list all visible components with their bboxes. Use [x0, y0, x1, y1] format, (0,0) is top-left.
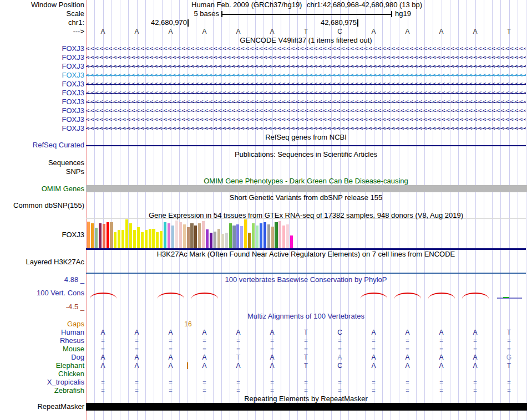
- track-title-omim[interactable]: OMIM Gene Phenotypes - Dark Green Can Be…: [86, 177, 526, 185]
- gtex-bar[interactable]: [278, 221, 281, 248]
- species-label[interactable]: Zebrafish: [54, 387, 84, 395]
- gtex-bar[interactable]: [175, 221, 178, 248]
- gene-model-row[interactable]: <<<<<<<<<<<<<<<<<<<<<<<<<<<<<<<<<<<<<<<<…: [86, 89, 526, 97]
- gtex-bar[interactable]: [240, 226, 243, 248]
- gtex-bar[interactable]: [267, 224, 270, 248]
- gene-model-row[interactable]: <<<<<<<<<<<<<<<<<<<<<<<<<<<<<<<<<<<<<<<<…: [86, 45, 526, 53]
- gtex-bar[interactable]: [190, 223, 193, 248]
- gtex-bar[interactable]: [145, 230, 148, 248]
- gtex-bar[interactable]: [87, 222, 90, 248]
- gtex-bar[interactable]: [152, 229, 155, 248]
- gene-model-row[interactable]: <<<<<<<<<<<<<<<<<<<<<<<<<<<<<<<<<<<<<<<<…: [86, 125, 526, 132]
- track-label-gtex-gene[interactable]: FOXJ3: [62, 231, 84, 239]
- track-label-layered-h3k27ac[interactable]: Layered H3K27Ac: [26, 258, 84, 266]
- track-title-multiz[interactable]: Multiz Alignments of 100 Vertebrates: [86, 313, 526, 320]
- gene-label[interactable]: FOXJ3: [62, 71, 84, 79]
- gtex-bar[interactable]: [164, 222, 166, 248]
- gene-model-row[interactable]: <<<<<<<<<<<<<<<<<<<<<<<<<<<<<<<<<<<<<<<<…: [86, 98, 526, 106]
- gtex-bar[interactable]: [114, 232, 116, 248]
- gtex-bar[interactable]: [198, 223, 201, 248]
- gtex-bar[interactable]: [260, 223, 262, 248]
- track-title-gencode[interactable]: GENCODE V49lift37 (1 items filtered out): [86, 37, 526, 44]
- species-label[interactable]: Dog: [71, 354, 84, 361]
- gtex-bar[interactable]: [179, 222, 182, 248]
- gtex-bar[interactable]: [286, 224, 289, 248]
- gene-label[interactable]: FOXJ3: [62, 98, 84, 106]
- gtex-bar[interactable]: [171, 226, 174, 248]
- gtex-bar[interactable]: [217, 229, 220, 248]
- phylop-peak[interactable]: [90, 293, 116, 299]
- gtex-bar[interactable]: [91, 223, 94, 248]
- phylop-peak[interactable]: [462, 293, 489, 299]
- track-label-snps[interactable]: SNPs: [66, 168, 84, 176]
- gtex-bar[interactable]: [183, 224, 186, 248]
- gene-label[interactable]: FOXJ3: [62, 80, 84, 88]
- species-label[interactable]: Chicken: [58, 370, 84, 378]
- gtex-bar[interactable]: [282, 226, 285, 248]
- species-label[interactable]: Human: [61, 329, 84, 336]
- gtex-bar[interactable]: [125, 219, 128, 248]
- track-label-gaps[interactable]: Gaps: [67, 320, 84, 328]
- gtex-bar[interactable]: [141, 232, 144, 248]
- gene-model-row[interactable]: <<<<<<<<<<<<<<<<<<<<<<<<<<<<<<<<<<<<<<<<…: [86, 54, 526, 62]
- gtex-bar[interactable]: [244, 219, 247, 248]
- track-title-gtex[interactable]: Gene Expression in 54 tissues from GTEx …: [86, 212, 526, 219]
- gtex-bar[interactable]: [118, 230, 120, 248]
- track-label-common-dbsnp[interactable]: Common dbSNP(155): [13, 202, 84, 209]
- gtex-bar[interactable]: [221, 234, 224, 248]
- gtex-bar[interactable]: [206, 229, 209, 248]
- gtex-bar[interactable]: [187, 227, 190, 248]
- phylop-peak[interactable]: [428, 293, 455, 299]
- h3k27ac-signal-line[interactable]: [86, 273, 526, 274]
- species-label[interactable]: Elephant: [56, 362, 84, 370]
- gtex-bar[interactable]: [107, 222, 109, 248]
- gene-label[interactable]: FOXJ3: [62, 45, 84, 53]
- gtex-bar[interactable]: [214, 232, 216, 248]
- gene-label[interactable]: FOXJ3: [62, 54, 84, 62]
- track-label-100-vert-cons[interactable]: 100 Vert. Cons: [37, 289, 84, 297]
- track-title-dbsnp[interactable]: Short Genetic Variants from dbSNP releas…: [86, 194, 526, 202]
- gtex-bar[interactable]: [129, 223, 132, 248]
- phylop-flatline[interactable]: [497, 298, 522, 299]
- track-title-phylop[interactable]: 100 vertebrates Basewise Conservation by…: [86, 276, 526, 284]
- gene-model-row[interactable]: <<<<<<<<<<<<<<<<<<<<<<<<<<<<<<<<<<<<<<<<…: [86, 107, 526, 115]
- gene-label[interactable]: FOXJ3: [62, 125, 84, 132]
- omim-gene-bar[interactable]: [86, 185, 527, 192]
- phylop-peak[interactable]: [361, 293, 387, 299]
- gtex-bar[interactable]: [232, 226, 235, 248]
- track-title-repeatmasker[interactable]: Repeating Elements by RepeatMasker: [86, 395, 526, 403]
- phylop-peak[interactable]: [191, 293, 218, 299]
- track-title-h3k27ac[interactable]: H3K27Ac Mark (Often Found Near Active Re…: [86, 250, 526, 258]
- gtex-bar[interactable]: [95, 228, 98, 248]
- gene-label[interactable]: FOXJ3: [62, 107, 84, 115]
- gtex-bar[interactable]: [194, 226, 197, 248]
- species-label[interactable]: Rhesus: [60, 337, 84, 345]
- gtex-bar[interactable]: [137, 227, 140, 248]
- track-label-refseq-curated[interactable]: RefSeq Curated: [33, 141, 84, 149]
- gtex-bar[interactable]: [121, 230, 124, 248]
- gtex-bar[interactable]: [110, 222, 113, 248]
- gtex-bar[interactable]: [225, 233, 228, 248]
- gene-model-row[interactable]: <<<<<<<<<<<<<<<<<<<<<<<<<<<<<<<<<<<<<<<<…: [86, 80, 526, 88]
- gtex-bar[interactable]: [264, 222, 266, 248]
- gtex-bar[interactable]: [133, 230, 136, 248]
- gtex-bar[interactable]: [99, 223, 102, 248]
- gtex-bar[interactable]: [236, 224, 239, 248]
- gtex-bar[interactable]: [103, 224, 105, 248]
- gtex-bar[interactable]: [156, 232, 159, 248]
- track-label-sequences[interactable]: Sequences: [48, 159, 84, 167]
- gtex-bar[interactable]: [275, 222, 277, 248]
- refseq-gene-line[interactable]: [86, 145, 526, 146]
- gtex-bar[interactable]: [248, 233, 251, 248]
- repeatmasker-element-bar[interactable]: [86, 403, 527, 411]
- gtex-bar[interactable]: [252, 223, 255, 248]
- species-label[interactable]: Mouse: [63, 345, 84, 353]
- gtex-bar[interactable]: [290, 235, 293, 248]
- species-label[interactable]: X_tropicalis: [47, 378, 84, 386]
- gtex-bar[interactable]: [229, 223, 232, 248]
- gene-model-row[interactable]: <<<<<<<<<<<<<<<<<<<<<<<<<<<<<<<<<<<<<<<<…: [86, 63, 526, 70]
- gene-model-row[interactable]: <<<<<<<<<<<<<<<<<<<<<<<<<<<<<<<<<<<<<<<<…: [86, 116, 526, 124]
- track-label-omim-genes[interactable]: OMIM Genes: [42, 185, 84, 193]
- phylop-peak[interactable]: [158, 293, 184, 299]
- gtex-bar[interactable]: [210, 233, 212, 248]
